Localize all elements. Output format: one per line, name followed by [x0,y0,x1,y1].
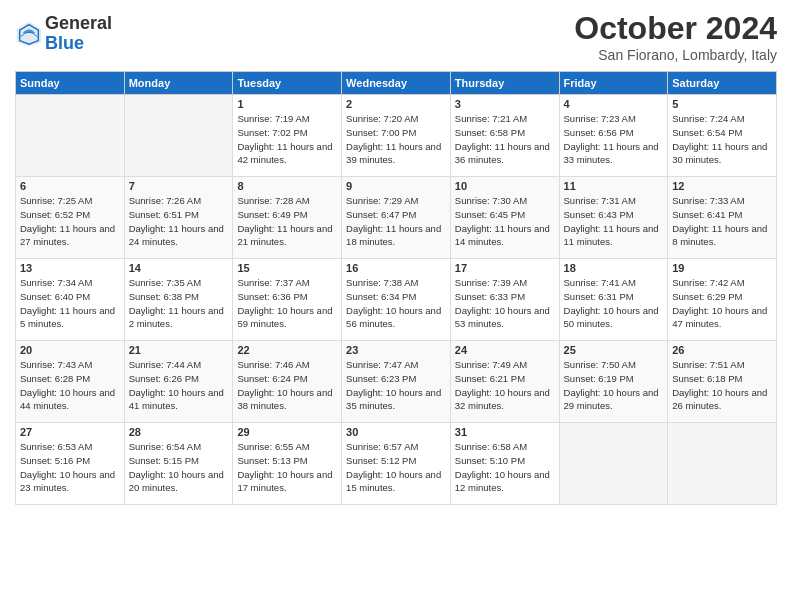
day-number: 2 [346,98,446,110]
day-detail: Sunrise: 7:38 AM [346,277,418,288]
calendar-cell: 26Sunrise: 7:51 AMSunset: 6:18 PMDayligh… [668,341,777,423]
day-number: 31 [455,426,555,438]
day-detail: Sunset: 5:13 PM [237,455,307,466]
day-detail: Sunset: 6:29 PM [672,291,742,302]
day-number: 29 [237,426,337,438]
calendar-cell: 24Sunrise: 7:49 AMSunset: 6:21 PMDayligh… [450,341,559,423]
calendar-cell [668,423,777,505]
day-number: 4 [564,98,664,110]
day-info: Sunrise: 7:43 AMSunset: 6:28 PMDaylight:… [20,358,120,413]
calendar-cell: 27Sunrise: 6:53 AMSunset: 5:16 PMDayligh… [16,423,125,505]
day-number: 10 [455,180,555,192]
day-number: 26 [672,344,772,356]
day-number: 7 [129,180,229,192]
day-info: Sunrise: 7:31 AMSunset: 6:43 PMDaylight:… [564,194,664,249]
day-detail: Sunset: 6:19 PM [564,373,634,384]
svg-marker-0 [17,22,41,46]
calendar-cell: 2Sunrise: 7:20 AMSunset: 7:00 PMDaylight… [342,95,451,177]
day-detail: Sunrise: 7:28 AM [237,195,309,206]
day-detail: Daylight: 10 hours and 44 minutes. [20,387,115,412]
day-number: 3 [455,98,555,110]
logo-blue: Blue [45,34,112,54]
day-info: Sunrise: 7:23 AMSunset: 6:56 PMDaylight:… [564,112,664,167]
day-number: 17 [455,262,555,274]
day-detail: Sunrise: 7:33 AM [672,195,744,206]
day-detail: Sunrise: 7:23 AM [564,113,636,124]
day-detail: Sunset: 5:10 PM [455,455,525,466]
calendar-cell: 11Sunrise: 7:31 AMSunset: 6:43 PMDayligh… [559,177,668,259]
day-detail: Sunrise: 7:39 AM [455,277,527,288]
day-detail: Daylight: 11 hours and 18 minutes. [346,223,441,248]
day-info: Sunrise: 7:20 AMSunset: 7:00 PMDaylight:… [346,112,446,167]
day-number: 5 [672,98,772,110]
location: San Fiorano, Lombardy, Italy [574,47,777,63]
day-info: Sunrise: 7:29 AMSunset: 6:47 PMDaylight:… [346,194,446,249]
calendar-cell: 31Sunrise: 6:58 AMSunset: 5:10 PMDayligh… [450,423,559,505]
day-number: 8 [237,180,337,192]
day-info: Sunrise: 7:41 AMSunset: 6:31 PMDaylight:… [564,276,664,331]
day-detail: Sunrise: 7:47 AM [346,359,418,370]
day-detail: Sunset: 5:16 PM [20,455,90,466]
calendar-cell [16,95,125,177]
logo-icon [15,20,43,48]
day-info: Sunrise: 7:46 AMSunset: 6:24 PMDaylight:… [237,358,337,413]
day-detail: Sunrise: 7:44 AM [129,359,201,370]
day-detail: Daylight: 10 hours and 38 minutes. [237,387,332,412]
day-detail: Sunset: 6:56 PM [564,127,634,138]
day-detail: Sunrise: 6:54 AM [129,441,201,452]
day-detail: Sunrise: 6:55 AM [237,441,309,452]
calendar-cell: 16Sunrise: 7:38 AMSunset: 6:34 PMDayligh… [342,259,451,341]
calendar-cell: 4Sunrise: 7:23 AMSunset: 6:56 PMDaylight… [559,95,668,177]
calendar-cell: 18Sunrise: 7:41 AMSunset: 6:31 PMDayligh… [559,259,668,341]
calendar-cell: 3Sunrise: 7:21 AMSunset: 6:58 PMDaylight… [450,95,559,177]
calendar-cell: 30Sunrise: 6:57 AMSunset: 5:12 PMDayligh… [342,423,451,505]
day-number: 20 [20,344,120,356]
day-detail: Sunrise: 7:30 AM [455,195,527,206]
day-number: 11 [564,180,664,192]
day-detail: Sunset: 6:41 PM [672,209,742,220]
day-detail: Sunrise: 7:46 AM [237,359,309,370]
day-number: 19 [672,262,772,274]
day-detail: Sunset: 7:00 PM [346,127,416,138]
day-detail: Daylight: 10 hours and 47 minutes. [672,305,767,330]
calendar-cell: 1Sunrise: 7:19 AMSunset: 7:02 PMDaylight… [233,95,342,177]
col-thursday: Thursday [450,72,559,95]
day-info: Sunrise: 7:28 AMSunset: 6:49 PMDaylight:… [237,194,337,249]
day-detail: Sunrise: 7:29 AM [346,195,418,206]
day-detail: Daylight: 10 hours and 15 minutes. [346,469,441,494]
day-detail: Sunrise: 7:37 AM [237,277,309,288]
col-friday: Friday [559,72,668,95]
day-detail: Sunset: 6:36 PM [237,291,307,302]
calendar-cell: 25Sunrise: 7:50 AMSunset: 6:19 PMDayligh… [559,341,668,423]
day-detail: Sunset: 6:54 PM [672,127,742,138]
day-info: Sunrise: 7:38 AMSunset: 6:34 PMDaylight:… [346,276,446,331]
week-row-0: 1Sunrise: 7:19 AMSunset: 7:02 PMDaylight… [16,95,777,177]
day-detail: Sunrise: 6:53 AM [20,441,92,452]
day-detail: Sunset: 6:28 PM [20,373,90,384]
day-number: 13 [20,262,120,274]
calendar-cell: 22Sunrise: 7:46 AMSunset: 6:24 PMDayligh… [233,341,342,423]
calendar-cell: 28Sunrise: 6:54 AMSunset: 5:15 PMDayligh… [124,423,233,505]
day-detail: Sunset: 6:51 PM [129,209,199,220]
day-info: Sunrise: 6:54 AMSunset: 5:15 PMDaylight:… [129,440,229,495]
day-detail: Sunrise: 7:21 AM [455,113,527,124]
calendar-cell: 15Sunrise: 7:37 AMSunset: 6:36 PMDayligh… [233,259,342,341]
day-detail: Daylight: 11 hours and 5 minutes. [20,305,115,330]
day-detail: Sunset: 5:12 PM [346,455,416,466]
day-info: Sunrise: 6:57 AMSunset: 5:12 PMDaylight:… [346,440,446,495]
day-number: 28 [129,426,229,438]
day-detail: Sunrise: 7:31 AM [564,195,636,206]
day-info: Sunrise: 7:51 AMSunset: 6:18 PMDaylight:… [672,358,772,413]
day-detail: Daylight: 10 hours and 56 minutes. [346,305,441,330]
day-number: 30 [346,426,446,438]
calendar-cell: 20Sunrise: 7:43 AMSunset: 6:28 PMDayligh… [16,341,125,423]
day-detail: Sunset: 6:38 PM [129,291,199,302]
day-detail: Sunrise: 7:49 AM [455,359,527,370]
week-row-4: 27Sunrise: 6:53 AMSunset: 5:16 PMDayligh… [16,423,777,505]
day-number: 6 [20,180,120,192]
day-detail: Sunset: 6:58 PM [455,127,525,138]
calendar-cell: 13Sunrise: 7:34 AMSunset: 6:40 PMDayligh… [16,259,125,341]
day-detail: Sunset: 6:21 PM [455,373,525,384]
day-number: 23 [346,344,446,356]
day-detail: Sunrise: 7:41 AM [564,277,636,288]
